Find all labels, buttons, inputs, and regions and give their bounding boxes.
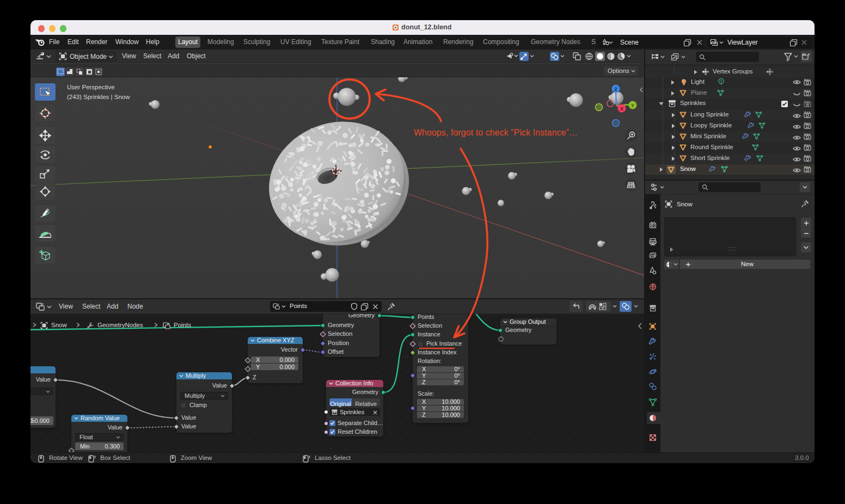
svg-text:X: X (620, 106, 623, 112)
svg-text:Z: Z (614, 87, 617, 92)
svg-text:Y: Y (631, 103, 634, 108)
svg-text:User Perspective: User Perspective (67, 84, 115, 90)
svg-text:(243) Sprinkles | Snow: (243) Sprinkles | Snow (67, 94, 130, 100)
